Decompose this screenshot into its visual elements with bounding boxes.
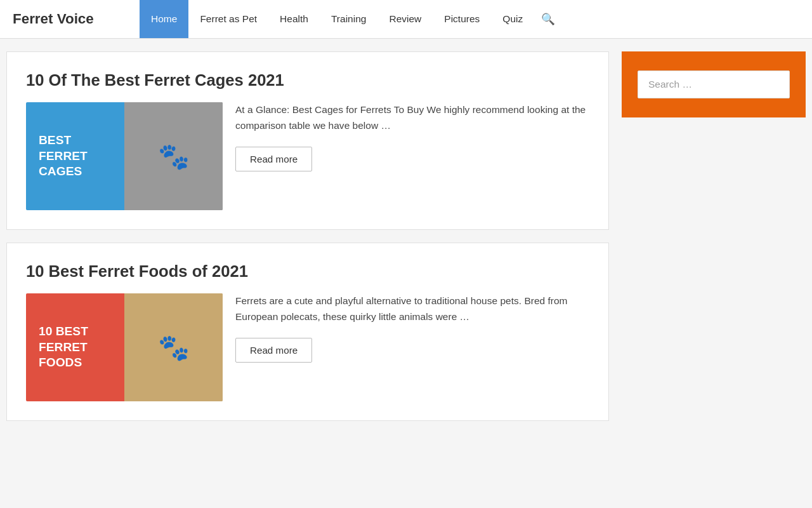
article-body-foods: 10 BestFerretFoods 🐾 Ferrets are a cute … [26,293,589,401]
sidebar-search-box [622,51,806,117]
img-cages-text: BestFerretCages [26,120,124,193]
nav-item-review[interactable]: Review [377,0,433,38]
nav-item-training[interactable]: Training [320,0,377,38]
article-text-foods: Ferrets are a cute and playful alternati… [235,293,589,363]
article-excerpt-foods: Ferrets are a cute and playful alternati… [235,293,589,325]
read-more-cages[interactable]: Read more [235,147,312,171]
nav-link-review[interactable]: Review [377,0,433,38]
nav-item-ferret-as-pet[interactable]: Ferret as Pet [188,0,268,38]
nav-link-training[interactable]: Training [320,0,377,38]
nav-item-home[interactable]: Home [140,0,188,38]
article-ferret-foods: 10 Best Ferret Foods of 2021 10 BestFerr… [6,243,609,421]
article-text-cages: At a Glance: Best Cages for Ferrets To B… [235,102,589,171]
search-input[interactable] [638,70,790,98]
article-title-cages: 10 Of The Best Ferret Cages 2021 [26,71,589,90]
article-body-cages: BestFerretCages 🐾 At a Glance: Best Cage… [26,102,589,210]
nav-item-pictures[interactable]: Pictures [433,0,491,38]
nav-link-ferret-as-pet[interactable]: Ferret as Pet [188,0,268,38]
img-cages-ferret: 🐾 [124,102,223,210]
nav-brand[interactable]: Ferret Voice [13,11,127,27]
img-foods-text: 10 BestFerretFoods [26,311,124,384]
article-image-foods: 10 BestFerretFoods 🐾 [26,293,223,401]
nav-link-health[interactable]: Health [268,0,320,38]
read-more-foods[interactable]: Read more [235,338,312,363]
nav-link-quiz[interactable]: Quiz [491,0,534,38]
img-foods-ferret: 🐾 [124,293,223,401]
page-wrapper: 10 Of The Best Ferret Cages 2021 BestFer… [0,39,812,434]
img-foods-bg: 10 BestFerretFoods 🐾 [26,293,223,401]
article-excerpt-cages: At a Glance: Best Cages for Ferrets To B… [235,102,589,134]
main-content: 10 Of The Best Ferret Cages 2021 BestFer… [6,51,609,421]
article-title-foods: 10 Best Ferret Foods of 2021 [26,262,589,281]
nav-links: Home Ferret as Pet Health Training Revie… [140,0,534,38]
nav-link-pictures[interactable]: Pictures [433,0,491,38]
article-ferret-cages: 10 Of The Best Ferret Cages 2021 BestFer… [6,51,609,230]
sidebar [622,51,806,421]
nav-item-health[interactable]: Health [268,0,320,38]
nav-item-quiz[interactable]: Quiz [491,0,534,38]
article-image-cages: BestFerretCages 🐾 [26,102,223,210]
navbar: Ferret Voice Home Ferret as Pet Health T… [0,0,812,39]
nav-link-home[interactable]: Home [140,0,188,38]
nav-search-icon[interactable]: 🔍 [534,0,562,39]
img-cages-bg: BestFerretCages 🐾 [26,102,223,210]
